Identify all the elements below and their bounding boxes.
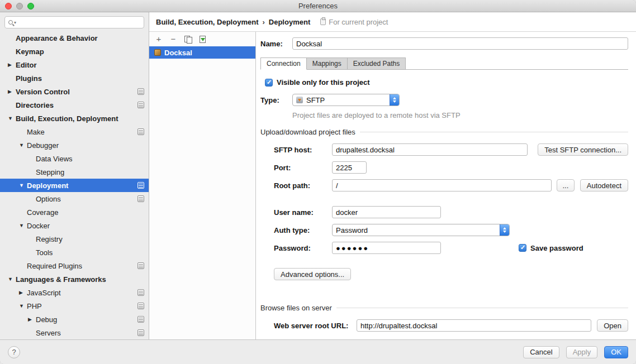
- visible-only-checkbox[interactable]: Visible only for this project: [265, 78, 628, 87]
- server-config-panel: Name: Connection Mappings: [256, 32, 636, 339]
- tree-item-label: Docker: [27, 222, 50, 230]
- tree-expand-icon[interactable]: [19, 290, 27, 295]
- tree-item[interactable]: Docker: [0, 219, 149, 232]
- tree-item-label: Data Views: [36, 155, 73, 163]
- tree-item[interactable]: Tools: [0, 246, 149, 259]
- tree-item[interactable]: Appearance & Behavior: [0, 31, 149, 45]
- auth-type-label: Auth type:: [274, 226, 332, 234]
- user-name-row: User name:: [274, 206, 628, 218]
- sftp-host-field[interactable]: [332, 143, 528, 156]
- tree-item[interactable]: PHP: [0, 299, 149, 313]
- tree-item[interactable]: Plugins: [0, 71, 149, 85]
- tree-item[interactable]: Version Control: [0, 85, 149, 98]
- tree-item[interactable]: Directories: [0, 98, 149, 112]
- window-controls: [5, 3, 34, 9]
- user-name-field[interactable]: [332, 206, 441, 218]
- tree-item[interactable]: Options: [0, 192, 149, 205]
- upload-fields: SFTP host: Test SFTP connection... Port:…: [260, 143, 628, 260]
- cancel-button[interactable]: Cancel: [523, 346, 559, 358]
- type-row: Type: SFTP: [260, 94, 628, 106]
- open-button[interactable]: Open: [597, 319, 628, 332]
- tree-expand-icon[interactable]: [8, 89, 16, 94]
- import-settings-button[interactable]: [198, 35, 206, 44]
- remove-server-button[interactable]: −: [169, 35, 177, 44]
- auth-type-value: Password: [336, 226, 496, 234]
- tree-expand-icon[interactable]: [28, 317, 36, 322]
- web-root-field[interactable]: [357, 319, 591, 332]
- dropdown-stepper-icon[interactable]: [500, 224, 509, 236]
- tree-expand-icon[interactable]: [19, 142, 27, 148]
- name-field[interactable]: [292, 37, 628, 50]
- save-password-label: Save password: [530, 244, 583, 252]
- search-icon: [8, 20, 13, 25]
- tree-item[interactable]: Registry: [0, 232, 149, 246]
- checkbox-checked-icon[interactable]: [519, 244, 526, 252]
- web-root-label: Web server root URL:: [274, 322, 357, 330]
- zoom-button[interactable]: [27, 3, 34, 9]
- tree-item[interactable]: Servers: [0, 326, 149, 339]
- auth-type-dropdown[interactable]: Password: [332, 224, 510, 236]
- tree-item-label: PHP: [27, 302, 42, 310]
- minimize-button[interactable]: [16, 3, 23, 9]
- tree-expand-icon[interactable]: [19, 303, 27, 309]
- tree-item[interactable]: Debug: [0, 313, 149, 326]
- tree-item[interactable]: Debugger: [0, 138, 149, 152]
- tree-item[interactable]: Keymap: [0, 45, 149, 58]
- close-button[interactable]: [5, 3, 12, 9]
- upload-group-header: Upload/download project files: [260, 128, 628, 136]
- apply-button[interactable]: Apply: [566, 346, 598, 358]
- tree-expand-icon[interactable]: [19, 223, 27, 228]
- duplicate-server-button[interactable]: [184, 35, 192, 44]
- dropdown-stepper-icon[interactable]: [390, 94, 399, 106]
- type-dropdown[interactable]: SFTP: [292, 94, 400, 106]
- type-value: SFTP: [306, 96, 386, 104]
- test-connection-button[interactable]: Test SFTP connection...: [538, 143, 628, 156]
- tree-expand-icon[interactable]: [8, 116, 16, 121]
- type-help-text: Project files are deployed to a remote h…: [292, 111, 628, 119]
- plus-icon: +: [156, 35, 162, 43]
- server-icon: [154, 49, 161, 56]
- tree-item[interactable]: Stepping: [0, 165, 149, 179]
- tree-item[interactable]: Data Views: [0, 152, 149, 165]
- search-history-chevron-icon[interactable]: ▾: [14, 20, 16, 25]
- password-field[interactable]: [332, 242, 441, 254]
- config-tab[interactable]: Excluded Paths: [348, 58, 406, 70]
- settings-tree: Appearance & Behavior Keymap Editor: [0, 31, 149, 339]
- tree-item[interactable]: Make: [0, 125, 149, 138]
- tree-item[interactable]: Build, Execution, Deployment: [0, 112, 149, 125]
- ok-button[interactable]: OK: [604, 346, 628, 358]
- tree-item[interactable]: Required Plugins: [0, 259, 149, 272]
- advanced-options-button[interactable]: Advanced options...: [274, 268, 351, 280]
- import-icon: [199, 36, 206, 43]
- per-project-settings-icon: [137, 316, 144, 323]
- sftp-host-label: SFTP host:: [274, 146, 332, 154]
- window-title: Preferences: [298, 2, 338, 10]
- checkbox-checked-icon[interactable]: [265, 79, 273, 87]
- web-root-row: Web server root URL: Open: [274, 319, 628, 332]
- config-tab[interactable]: Mappings: [307, 58, 348, 70]
- tree-item[interactable]: Deployment: [0, 179, 149, 192]
- save-password-checkbox[interactable]: Save password: [519, 244, 583, 252]
- tree-item[interactable]: Editor: [0, 58, 149, 71]
- root-path-field[interactable]: [332, 179, 552, 191]
- browse-root-path-button[interactable]: ...: [557, 179, 575, 191]
- server-list: Docksal: [149, 46, 255, 339]
- tree-expand-icon[interactable]: [8, 276, 16, 282]
- type-label: Type:: [260, 96, 292, 104]
- add-server-button[interactable]: +: [155, 35, 163, 44]
- tree-item[interactable]: Languages & Frameworks: [0, 272, 149, 286]
- port-field[interactable]: [332, 161, 367, 174]
- visible-only-label: Visible only for this project: [277, 78, 370, 87]
- config-tab[interactable]: Connection: [260, 58, 307, 70]
- tree-expand-icon[interactable]: [8, 62, 16, 68]
- tree-item[interactable]: Coverage: [0, 205, 149, 219]
- autodetect-button[interactable]: Autodetect: [580, 179, 628, 191]
- tree-expand-icon[interactable]: [19, 183, 27, 188]
- server-list-item[interactable]: Docksal: [149, 46, 255, 59]
- help-button[interactable]: ?: [8, 346, 20, 358]
- server-list-toolbar: + −: [149, 32, 255, 46]
- search-input[interactable]: [17, 17, 140, 27]
- settings-search[interactable]: ▾: [4, 16, 144, 28]
- tree-item-label: Editor: [16, 61, 37, 69]
- tree-item[interactable]: JavaScript: [0, 286, 149, 299]
